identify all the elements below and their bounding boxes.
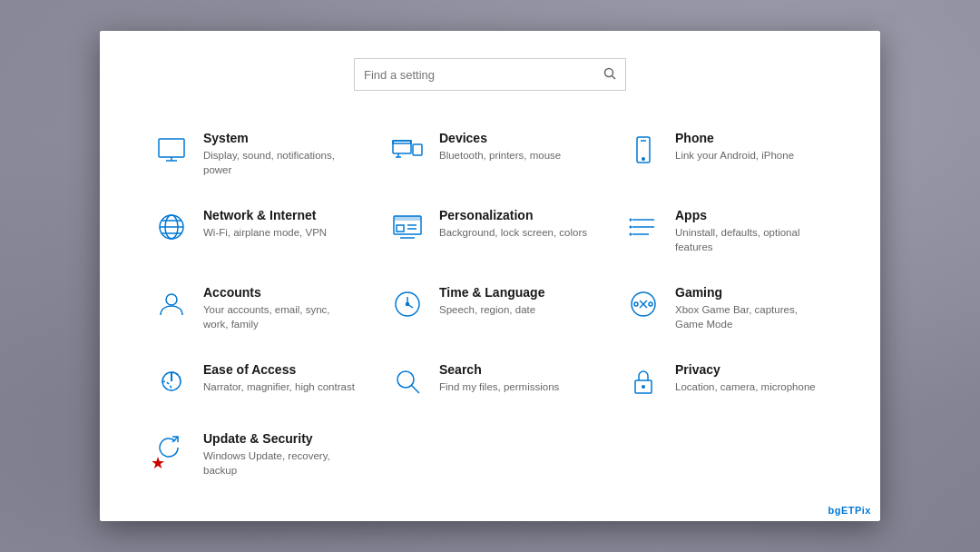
setting-text-personalization: Personalization Background, lock screen,… (439, 208, 587, 240)
setting-icon-phone (624, 131, 662, 169)
setting-item-time[interactable]: Time & Language Speech, region, date (372, 271, 608, 348)
setting-title-network: Network & Internet (203, 208, 327, 222)
setting-desc-system: Display, sound, notifications, power (203, 148, 356, 177)
svg-point-45 (642, 385, 645, 389)
settings-grid: System Display, sound, notifications, po… (136, 116, 844, 494)
setting-desc-network: Wi-Fi, airplane mode, VPN (203, 225, 327, 240)
setting-item-gaming[interactable]: Gaming Xbox Game Bar, captures, Game Mod… (608, 271, 844, 348)
setting-title-system: System (203, 131, 356, 145)
setting-item-personalization[interactable]: Personalization Background, lock screen,… (372, 193, 608, 271)
setting-text-apps: Apps Uninstall, defaults, optional featu… (675, 208, 828, 254)
svg-line-1 (612, 75, 616, 79)
update-icon-wrapper: ★ (152, 431, 191, 469)
settings-window: System Display, sound, notifications, po… (100, 31, 880, 521)
watermark: bgETPix (828, 505, 871, 516)
setting-desc-personalization: Background, lock screen, colors (439, 225, 587, 240)
setting-desc-phone: Link your Android, iPhone (675, 148, 794, 163)
setting-icon-search (388, 362, 426, 400)
svg-rect-2 (159, 139, 184, 157)
setting-item-update[interactable]: ★ Update & Security Windows Update, reco… (136, 417, 372, 494)
svg-line-43 (412, 386, 420, 394)
setting-title-apps: Apps (675, 208, 828, 222)
setting-desc-gaming: Xbox Game Bar, captures, Game Mode (675, 302, 828, 331)
setting-text-privacy: Privacy Location, camera, microphone (675, 362, 816, 394)
setting-desc-update: Windows Update, recovery, backup (203, 448, 356, 478)
setting-icon-time (388, 285, 426, 323)
setting-item-privacy[interactable]: Privacy Location, camera, microphone (608, 348, 844, 417)
setting-icon-accounts (152, 285, 191, 323)
svg-rect-6 (413, 144, 422, 155)
search-bar[interactable] (354, 58, 626, 91)
setting-title-privacy: Privacy (675, 362, 816, 377)
svg-point-39 (649, 302, 652, 306)
svg-rect-5 (393, 141, 411, 153)
setting-text-gaming: Gaming Xbox Game Bar, captures, Game Mod… (675, 285, 828, 331)
setting-title-phone: Phone (675, 131, 794, 145)
svg-rect-20 (397, 225, 404, 232)
setting-text-accounts: Accounts Your accounts, email, sync, wor… (203, 285, 356, 331)
svg-point-30 (166, 294, 177, 305)
search-input[interactable] (364, 68, 603, 82)
setting-icon-ease (152, 362, 191, 400)
setting-item-phone[interactable]: Phone Link your Android, iPhone (608, 116, 844, 193)
setting-desc-accounts: Your accounts, email, sync, work, family (203, 302, 356, 331)
setting-text-search: Search Find my files, permissions (439, 362, 559, 394)
setting-title-personalization: Personalization (439, 208, 587, 222)
setting-desc-devices: Bluetooth, printers, mouse (439, 148, 561, 163)
svg-rect-9 (393, 141, 411, 143)
setting-title-devices: Devices (439, 131, 561, 145)
setting-item-system[interactable]: System Display, sound, notifications, po… (136, 116, 372, 193)
setting-text-update: Update & Security Windows Update, recove… (203, 431, 356, 478)
setting-icon-devices (388, 131, 426, 169)
setting-text-network: Network & Internet Wi-Fi, airplane mode,… (203, 208, 327, 240)
setting-text-phone: Phone Link your Android, iPhone (675, 131, 794, 163)
setting-icon-privacy (624, 362, 662, 400)
setting-title-search: Search (439, 362, 559, 377)
setting-icon-system (152, 131, 191, 169)
setting-title-ease: Ease of Access (203, 362, 355, 377)
setting-desc-time: Speech, region, date (439, 302, 544, 317)
svg-point-12 (642, 158, 644, 160)
setting-desc-search: Find my files, permissions (439, 380, 559, 394)
svg-point-38 (634, 302, 638, 306)
setting-text-ease: Ease of Access Narrator, magnifier, high… (203, 362, 355, 394)
setting-icon-apps (624, 208, 662, 246)
svg-rect-19 (394, 216, 421, 221)
setting-item-apps[interactable]: Apps Uninstall, defaults, optional featu… (608, 193, 844, 271)
setting-title-accounts: Accounts (203, 285, 356, 300)
svg-point-34 (407, 303, 409, 306)
setting-desc-apps: Uninstall, defaults, optional features (675, 225, 828, 254)
setting-text-devices: Devices Bluetooth, printers, mouse (439, 131, 561, 163)
setting-title-gaming: Gaming (675, 285, 828, 300)
star-badge: ★ (151, 455, 165, 471)
setting-desc-privacy: Location, camera, microphone (675, 380, 816, 394)
search-icon (603, 67, 616, 83)
setting-item-accounts[interactable]: Accounts Your accounts, email, sync, wor… (136, 271, 372, 348)
setting-title-update: Update & Security (203, 431, 356, 446)
svg-point-42 (397, 371, 414, 388)
setting-text-system: System Display, sound, notifications, po… (203, 131, 356, 177)
svg-point-0 (605, 68, 613, 76)
setting-title-time: Time & Language (439, 285, 544, 300)
setting-text-time: Time & Language Speech, region, date (439, 285, 544, 317)
setting-desc-ease: Narrator, magnifier, high contrast (203, 380, 355, 394)
setting-item-devices[interactable]: Devices Bluetooth, printers, mouse (372, 116, 608, 193)
setting-item-network[interactable]: Network & Internet Wi-Fi, airplane mode,… (136, 193, 372, 271)
setting-icon-gaming (624, 285, 662, 323)
setting-icon-network (152, 208, 191, 246)
setting-item-ease[interactable]: Ease of Access Narrator, magnifier, high… (136, 348, 372, 417)
setting-icon-personalization (388, 208, 426, 246)
setting-item-search[interactable]: Search Find my files, permissions (372, 348, 608, 417)
